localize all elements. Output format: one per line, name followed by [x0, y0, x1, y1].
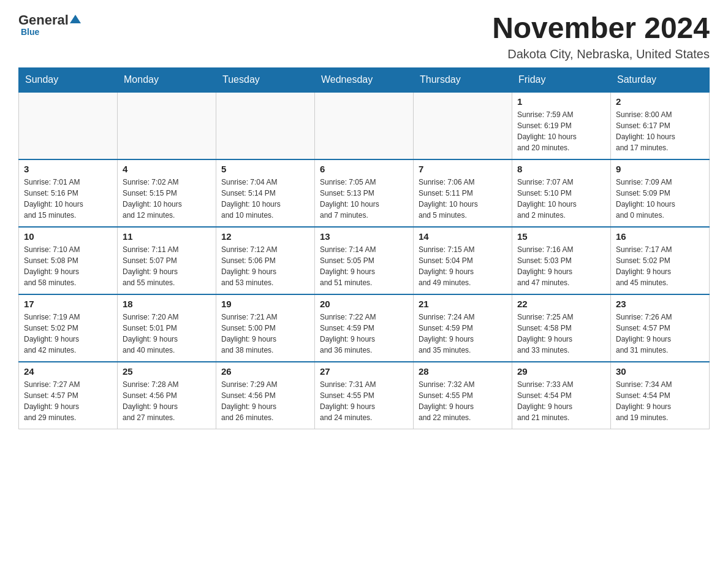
day-info: Sunrise: 7:27 AMSunset: 4:57 PMDaylight:… [24, 379, 112, 423]
logo-blue-text: Blue [21, 27, 39, 37]
day-number: 12 [221, 231, 309, 242]
day-number: 29 [517, 366, 605, 377]
calendar-cell: 28Sunrise: 7:32 AMSunset: 4:55 PMDayligh… [414, 362, 512, 429]
logo-triangle-icon [70, 13, 81, 25]
day-number: 7 [419, 164, 507, 174]
logo-general-text: General [18, 12, 69, 28]
calendar-cell: 14Sunrise: 7:15 AMSunset: 5:04 PMDayligh… [414, 227, 512, 294]
calendar-cell: 17Sunrise: 7:19 AMSunset: 5:02 PMDayligh… [19, 294, 118, 362]
calendar-cell: 29Sunrise: 7:33 AMSunset: 4:54 PMDayligh… [512, 362, 611, 429]
day-info: Sunrise: 7:11 AMSunset: 5:07 PMDaylight:… [123, 244, 211, 288]
calendar-cell: 27Sunrise: 7:31 AMSunset: 4:55 PMDayligh… [315, 362, 414, 429]
calendar-table: Sunday Monday Tuesday Wednesday Thursday… [18, 67, 710, 430]
calendar-cell [216, 92, 315, 159]
day-info: Sunrise: 7:32 AMSunset: 4:55 PMDaylight:… [419, 379, 507, 423]
day-info: Sunrise: 7:24 AMSunset: 4:59 PMDaylight:… [419, 312, 507, 356]
day-number: 9 [616, 164, 704, 174]
day-number: 26 [221, 366, 309, 377]
calendar-cell: 15Sunrise: 7:16 AMSunset: 5:03 PMDayligh… [512, 227, 611, 294]
day-info: Sunrise: 7:26 AMSunset: 4:57 PMDaylight:… [616, 312, 704, 356]
day-info: Sunrise: 7:10 AMSunset: 5:08 PMDaylight:… [24, 244, 112, 288]
title-section: November 2024 Dakota City, Nebraska, Uni… [492, 12, 710, 61]
calendar-cell: 1Sunrise: 7:59 AMSunset: 6:19 PMDaylight… [512, 92, 611, 159]
page-header: General Blue November 2024 Dakota City, … [18, 12, 710, 61]
day-info: Sunrise: 7:19 AMSunset: 5:02 PMDaylight:… [24, 312, 112, 356]
day-info: Sunrise: 7:06 AMSunset: 5:11 PMDaylight:… [419, 177, 507, 221]
calendar-cell: 6Sunrise: 7:05 AMSunset: 5:13 PMDaylight… [315, 159, 414, 227]
day-info: Sunrise: 7:07 AMSunset: 5:10 PMDaylight:… [517, 177, 605, 221]
day-number: 27 [320, 366, 408, 377]
calendar-cell: 7Sunrise: 7:06 AMSunset: 5:11 PMDaylight… [414, 159, 512, 227]
calendar-header-row: Sunday Monday Tuesday Wednesday Thursday… [19, 67, 710, 92]
calendar-cell: 3Sunrise: 7:01 AMSunset: 5:16 PMDaylight… [19, 159, 118, 227]
calendar-cell: 16Sunrise: 7:17 AMSunset: 5:02 PMDayligh… [611, 227, 710, 294]
day-number: 19 [221, 299, 309, 309]
col-friday: Friday [512, 67, 611, 92]
calendar-cell: 30Sunrise: 7:34 AMSunset: 4:54 PMDayligh… [611, 362, 710, 429]
day-info: Sunrise: 7:29 AMSunset: 4:56 PMDaylight:… [221, 379, 309, 423]
page-title: November 2024 [492, 12, 710, 45]
day-info: Sunrise: 7:31 AMSunset: 4:55 PMDaylight:… [320, 379, 408, 423]
calendar-cell: 18Sunrise: 7:20 AMSunset: 5:01 PMDayligh… [118, 294, 216, 362]
day-number: 4 [123, 164, 211, 174]
day-info: Sunrise: 7:28 AMSunset: 4:56 PMDaylight:… [123, 379, 211, 423]
calendar-cell: 8Sunrise: 7:07 AMSunset: 5:10 PMDaylight… [512, 159, 611, 227]
calendar-cell: 23Sunrise: 7:26 AMSunset: 4:57 PMDayligh… [611, 294, 710, 362]
day-number: 16 [616, 231, 704, 242]
day-number: 22 [517, 299, 605, 309]
calendar-cell [414, 92, 512, 159]
day-info: Sunrise: 7:33 AMSunset: 4:54 PMDaylight:… [517, 379, 605, 423]
day-number: 8 [517, 164, 605, 174]
calendar-cell: 25Sunrise: 7:28 AMSunset: 4:56 PMDayligh… [118, 362, 216, 429]
calendar-cell: 13Sunrise: 7:14 AMSunset: 5:05 PMDayligh… [315, 227, 414, 294]
day-number: 2 [616, 96, 704, 107]
day-number: 10 [24, 231, 112, 242]
day-number: 14 [419, 231, 507, 242]
col-thursday: Thursday [414, 67, 512, 92]
page-subtitle: Dakota City, Nebraska, United States [492, 47, 710, 61]
day-info: Sunrise: 7:09 AMSunset: 5:09 PMDaylight:… [616, 177, 704, 221]
day-info: Sunrise: 7:05 AMSunset: 5:13 PMDaylight:… [320, 177, 408, 221]
day-number: 3 [24, 164, 112, 174]
day-info: Sunrise: 7:15 AMSunset: 5:04 PMDaylight:… [419, 244, 507, 288]
calendar-week-row-4: 17Sunrise: 7:19 AMSunset: 5:02 PMDayligh… [19, 294, 710, 362]
day-number: 15 [517, 231, 605, 242]
calendar-week-row-3: 10Sunrise: 7:10 AMSunset: 5:08 PMDayligh… [19, 227, 710, 294]
day-number: 6 [320, 164, 408, 174]
day-number: 25 [123, 366, 211, 377]
calendar-cell: 9Sunrise: 7:09 AMSunset: 5:09 PMDaylight… [611, 159, 710, 227]
day-number: 21 [419, 299, 507, 309]
calendar-cell: 19Sunrise: 7:21 AMSunset: 5:00 PMDayligh… [216, 294, 315, 362]
day-info: Sunrise: 7:17 AMSunset: 5:02 PMDaylight:… [616, 244, 704, 288]
day-info: Sunrise: 7:02 AMSunset: 5:15 PMDaylight:… [123, 177, 211, 221]
calendar-cell [315, 92, 414, 159]
svg-marker-0 [70, 15, 81, 23]
calendar-cell [118, 92, 216, 159]
day-info: Sunrise: 7:59 AMSunset: 6:19 PMDaylight:… [517, 109, 605, 153]
calendar-cell: 21Sunrise: 7:24 AMSunset: 4:59 PMDayligh… [414, 294, 512, 362]
calendar-cell: 11Sunrise: 7:11 AMSunset: 5:07 PMDayligh… [118, 227, 216, 294]
calendar-cell: 20Sunrise: 7:22 AMSunset: 4:59 PMDayligh… [315, 294, 414, 362]
col-wednesday: Wednesday [315, 67, 414, 92]
calendar-cell: 5Sunrise: 7:04 AMSunset: 5:14 PMDaylight… [216, 159, 315, 227]
day-number: 30 [616, 366, 704, 377]
day-number: 13 [320, 231, 408, 242]
day-info: Sunrise: 7:34 AMSunset: 4:54 PMDaylight:… [616, 379, 704, 423]
day-info: Sunrise: 7:20 AMSunset: 5:01 PMDaylight:… [123, 312, 211, 356]
calendar-week-row-2: 3Sunrise: 7:01 AMSunset: 5:16 PMDaylight… [19, 159, 710, 227]
day-info: Sunrise: 7:21 AMSunset: 5:00 PMDaylight:… [221, 312, 309, 356]
calendar-cell: 10Sunrise: 7:10 AMSunset: 5:08 PMDayligh… [19, 227, 118, 294]
col-monday: Monday [118, 67, 216, 92]
calendar-cell: 22Sunrise: 7:25 AMSunset: 4:58 PMDayligh… [512, 294, 611, 362]
calendar-cell [19, 92, 118, 159]
calendar-week-row-1: 1Sunrise: 7:59 AMSunset: 6:19 PMDaylight… [19, 92, 710, 159]
day-number: 28 [419, 366, 507, 377]
day-number: 18 [123, 299, 211, 309]
day-info: Sunrise: 7:25 AMSunset: 4:58 PMDaylight:… [517, 312, 605, 356]
day-info: Sunrise: 7:22 AMSunset: 4:59 PMDaylight:… [320, 312, 408, 356]
calendar-week-row-5: 24Sunrise: 7:27 AMSunset: 4:57 PMDayligh… [19, 362, 710, 429]
day-info: Sunrise: 7:12 AMSunset: 5:06 PMDaylight:… [221, 244, 309, 288]
day-number: 20 [320, 299, 408, 309]
logo: General Blue [18, 12, 81, 37]
day-number: 17 [24, 299, 112, 309]
